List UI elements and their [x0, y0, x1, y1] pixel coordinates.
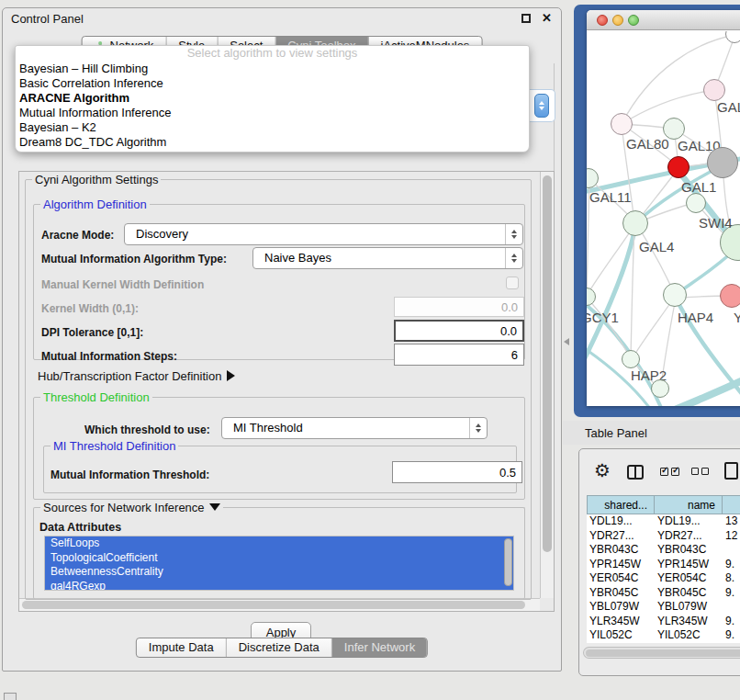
- network-node-gal[interactable]: [703, 79, 725, 101]
- float-panel-icon[interactable]: [521, 14, 531, 23]
- network-node-y[interactable]: [720, 284, 740, 308]
- dpi-tolerance-field[interactable]: 0.0: [394, 320, 524, 342]
- horizontal-scrollbar[interactable]: [19, 598, 540, 611]
- hub-definition-toggle[interactable]: Hub/Transcription Factor Definition: [38, 369, 235, 383]
- column-header-shared[interactable]: shared...: [587, 495, 655, 514]
- table-row[interactable]: YER054CYER054C8.: [587, 571, 740, 586]
- list-scrollbar[interactable]: [504, 538, 512, 586]
- spinner-arrows-icon[interactable]: [505, 248, 522, 268]
- table-cell[interactable]: [723, 600, 740, 615]
- table-cell[interactable]: YPR145W: [587, 558, 655, 572]
- algorithm-option-dream8-dc-tdc-algorithm[interactable]: Dream8 DC_TDC Algorithm: [16, 135, 529, 150]
- collapsed-arrow-icon[interactable]: [227, 370, 235, 381]
- table-cell[interactable]: YBR043C: [655, 543, 723, 558]
- table-row[interactable]: YIL052CYIL052C9.: [587, 628, 740, 643]
- table-cell[interactable]: YLR345W: [655, 615, 723, 629]
- table-cell[interactable]: 8.: [723, 571, 740, 586]
- table-cell[interactable]: [723, 543, 740, 558]
- table-cell[interactable]: YBL079W: [587, 600, 655, 615]
- zoom-traffic-light-icon[interactable]: [628, 15, 639, 26]
- network-edge[interactable]: [633, 297, 675, 356]
- algorithm-option-bayesian-hill-climbing[interactable]: Bayesian – Hill Climbing: [16, 62, 529, 76]
- horizontal-scrollbar-thumb[interactable]: [22, 601, 525, 609]
- network-node-gal80[interactable]: [611, 113, 633, 135]
- table-horizontal-scrollbar[interactable]: [583, 647, 740, 659]
- network-node-gal4[interactable]: [622, 210, 648, 236]
- table-cell[interactable]: 12: [723, 529, 740, 544]
- vertical-scrollbar[interactable]: [540, 172, 554, 598]
- mi-threshold-field[interactable]: 0.5: [392, 461, 522, 483]
- network-node-hap2[interactable]: [622, 350, 640, 368]
- unselect-all-checkbox-icon[interactable]: [691, 468, 699, 475]
- table-row[interactable]: YPR145WYPR145W9.: [587, 558, 740, 572]
- algorithm-option-basic-correlation-inference[interactable]: Basic Correlation Inference: [16, 76, 529, 91]
- table-cell[interactable]: 9.: [723, 558, 740, 572]
- manual-kernel-checkbox[interactable]: [506, 277, 519, 289]
- table-cell[interactable]: YER054C: [655, 571, 723, 586]
- close-icon[interactable]: ✕: [542, 11, 552, 25]
- unselect-all-checkbox-icon[interactable]: [701, 468, 709, 475]
- bottom-tab-infer-network[interactable]: Infer Network: [332, 638, 427, 657]
- table-cell[interactable]: 9.: [723, 615, 740, 629]
- attribute-item-gal4rgexp[interactable]: gal4RGexp: [45, 580, 513, 592]
- table-cell[interactable]: YDR27...: [587, 529, 655, 544]
- sources-group-label[interactable]: Sources for Network Inference: [40, 501, 223, 514]
- table-cell[interactable]: YDL19...: [655, 514, 723, 529]
- spinner-arrows-icon[interactable]: [505, 224, 522, 244]
- which-threshold-combobox[interactable]: MI Threshold: [221, 417, 488, 439]
- close-traffic-light-icon[interactable]: [597, 15, 608, 26]
- table-cell[interactable]: YPR145W: [655, 558, 723, 572]
- select-all-checkbox-icon[interactable]: [660, 468, 668, 476]
- network-node-hap4[interactable]: [663, 283, 687, 307]
- table-cell[interactable]: YLR345W: [587, 615, 655, 629]
- expanded-arrow-icon[interactable]: [209, 503, 220, 511]
- table-cell[interactable]: YIL052C: [587, 628, 655, 643]
- network-node-gal1[interactable]: [667, 156, 690, 178]
- gear-icon[interactable]: ⚙: [594, 459, 611, 481]
- table-cell[interactable]: YBR043C: [587, 543, 655, 558]
- network-canvas[interactable]: GALGAL80GAL10GAL1GAL11SWI4GAL4GCY1HAP4YH…: [587, 31, 740, 406]
- algorithm-option-mutual-information-inference[interactable]: Mutual Information Inference: [16, 106, 529, 120]
- kernel-width-field[interactable]: 0.0: [394, 297, 524, 317]
- table-cell[interactable]: YBR045C: [655, 586, 723, 601]
- network-node[interactable]: [651, 379, 669, 398]
- network-edge[interactable]: [637, 225, 674, 293]
- mi-type-combobox[interactable]: Naive Bayes: [252, 247, 523, 269]
- combo-spinner-icon[interactable]: [534, 94, 549, 118]
- table-cell[interactable]: 9.: [723, 628, 740, 643]
- mi-steps-field[interactable]: 6: [394, 344, 524, 366]
- column-header-a[interactable]: A: [723, 495, 740, 514]
- table-cell[interactable]: YBL079W: [655, 600, 723, 615]
- table-cell[interactable]: 13: [723, 514, 740, 529]
- table-row[interactable]: YDL19...YDL19...13: [587, 514, 740, 529]
- document-icon[interactable]: [724, 462, 738, 480]
- table-row[interactable]: YLR345WYLR345W9.: [587, 615, 740, 629]
- panel-grip-icon[interactable]: [4, 693, 17, 700]
- table-cell[interactable]: YBR045C: [587, 586, 655, 601]
- network-node[interactable]: [686, 193, 706, 213]
- spinner-arrows-icon[interactable]: [469, 418, 487, 438]
- table-scrollbar-thumb[interactable]: [586, 649, 740, 657]
- select-all-checkbox-icon[interactable]: [671, 468, 679, 476]
- table-cell[interactable]: YDR27...: [655, 529, 723, 544]
- bottom-tab-discretize-data[interactable]: Discretize Data: [227, 638, 332, 657]
- table-cell[interactable]: YER054C: [587, 571, 655, 586]
- bottom-tab-impute-data[interactable]: Impute Data: [137, 638, 227, 657]
- algorithm-option-bayesian-k2[interactable]: Bayesian – K2: [16, 120, 529, 135]
- table-row[interactable]: YBR045CYBR045C9.: [587, 586, 740, 601]
- network-window-titlebar[interactable]: [587, 10, 740, 30]
- attribute-item-topologicalcoefficient[interactable]: TopologicalCoefficient: [45, 551, 513, 566]
- network-node[interactable]: [707, 147, 738, 178]
- table-cell[interactable]: 9.: [723, 586, 740, 601]
- table-row[interactable]: YBL079WYBL079W: [587, 600, 740, 615]
- attribute-item-selfloops[interactable]: SelfLoops: [45, 536, 513, 551]
- table-row[interactable]: YBR043CYBR043C: [587, 543, 740, 558]
- splitter-collapse-icon[interactable]: [564, 338, 569, 345]
- aracne-mode-combobox[interactable]: Discovery: [124, 223, 523, 245]
- minimize-traffic-light-icon[interactable]: [612, 15, 623, 26]
- table-cell[interactable]: YIL052C: [655, 628, 723, 643]
- column-header-name[interactable]: name: [655, 495, 723, 514]
- table-row[interactable]: YDR27...YDR27...12: [587, 529, 740, 544]
- columns-icon[interactable]: [627, 465, 644, 480]
- vertical-scrollbar-thumb[interactable]: [543, 175, 552, 552]
